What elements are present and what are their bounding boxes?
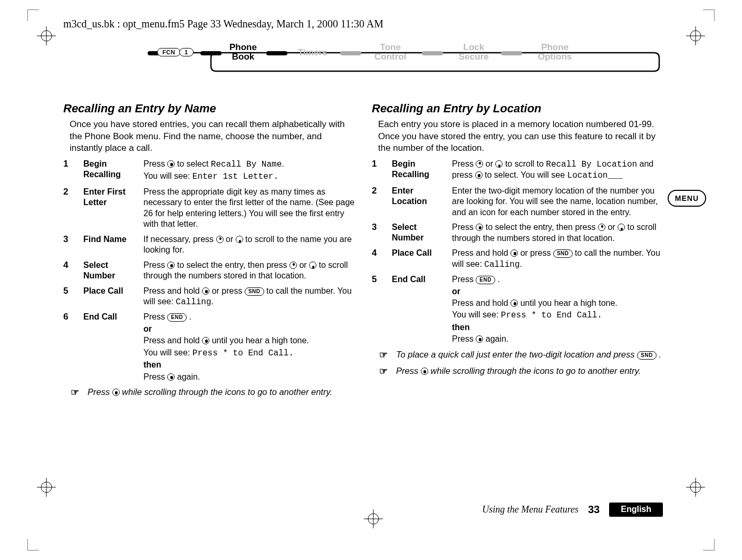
- note-text: .: [659, 350, 661, 359]
- lcd-text: Enter 1st Letter.: [192, 172, 278, 181]
- step-body: Press END . or Press and hold until you …: [452, 274, 664, 345]
- note-text: while scrolling through the icons to go …: [122, 387, 332, 397]
- crop-mark-br: [703, 539, 715, 551]
- step-text: Press: [143, 260, 167, 269]
- step-text: or: [452, 286, 664, 297]
- step-row: 5 Place Call Press and hold or press SND…: [63, 286, 356, 308]
- note: ☞ Press while scrolling through the icon…: [372, 365, 664, 378]
- knob-down-icon: [495, 160, 503, 168]
- step-row: 3 Select Number Press to select the entr…: [372, 222, 664, 244]
- step-text: .: [211, 297, 214, 306]
- step-text: until you hear a high tone.: [521, 298, 618, 307]
- step-body: Press or to scroll to Recall By Location…: [452, 159, 664, 181]
- step-text: again.: [486, 334, 509, 343]
- knob-press-icon: [510, 249, 518, 257]
- step-text: or: [226, 235, 236, 244]
- step-text: .: [497, 275, 499, 284]
- note-icon: ☞: [65, 387, 83, 399]
- snd-key-icon: SND: [245, 287, 264, 296]
- step-number: 1: [63, 159, 78, 169]
- step-text: Press: [143, 312, 167, 321]
- knob-press-icon: [167, 160, 175, 168]
- section-intro: Each entry you store is placed in a memo…: [372, 119, 664, 155]
- note: ☞ To place a quick call just enter the t…: [372, 349, 664, 361]
- section-title: Recalling an Entry by Name: [63, 102, 356, 115]
- note-text: To place a quick call just enter the two…: [396, 350, 637, 359]
- step-number: 3: [372, 222, 387, 233]
- step-text: or press: [521, 248, 553, 257]
- crop-mark-tl: [27, 9, 39, 21]
- flow-connector-icon: [200, 51, 221, 55]
- registration-mark-icon: [37, 478, 56, 497]
- step-number: 1: [372, 159, 387, 169]
- step-body: Enter the two-digit memory location of t…: [452, 186, 664, 218]
- step-row: 4 Select Number Press to select the entr…: [63, 260, 356, 282]
- note-icon: ☞: [374, 349, 392, 361]
- flow-connector-icon: [340, 51, 361, 55]
- flow-item-timers: Timers: [298, 48, 327, 57]
- step-label: Select Number: [83, 260, 138, 281]
- lcd-text: Location___: [567, 171, 623, 180]
- note: ☞ Press while scrolling through the icon…: [63, 387, 356, 399]
- flow-item-lock: Lock Secure: [459, 43, 489, 62]
- step-row: 3 Find Name If necessary, press or to sc…: [63, 234, 356, 256]
- step-row: 1 Begin Recalling Press or to scroll to …: [372, 159, 664, 181]
- flow-item-phone-book: Phone Book: [229, 43, 257, 62]
- knob-press-icon: [167, 373, 175, 381]
- step-text: Press: [452, 334, 476, 343]
- step-label: Begin Recalling: [83, 159, 138, 180]
- step-text: Press: [452, 223, 476, 231]
- step-number: 6: [63, 312, 78, 322]
- step-text: then: [143, 360, 356, 370]
- step-text: to scroll to: [505, 159, 546, 168]
- step-text: Press and hold: [452, 298, 510, 307]
- step-text: Press and hold: [143, 336, 202, 345]
- step-body: Press to select the entry, then press or…: [452, 222, 664, 244]
- knob-press-icon: [167, 262, 175, 269]
- lcd-text: Calling: [176, 297, 211, 307]
- step-body: Press the appropriate digit key as many …: [143, 187, 356, 230]
- step-label: End Call: [392, 274, 447, 285]
- step-text: then: [452, 322, 664, 333]
- registration-mark-icon: [37, 26, 56, 45]
- note-text: Press: [396, 366, 421, 375]
- step-text: or: [608, 223, 618, 231]
- note-icon: ☞: [374, 365, 392, 378]
- knob-press-icon: [421, 368, 428, 375]
- lcd-text: Calling: [484, 260, 519, 269]
- step-text: again.: [177, 372, 200, 381]
- flow-connector-icon: [422, 51, 443, 55]
- step-number: 5: [372, 274, 387, 285]
- step-label: Find Name: [83, 234, 138, 245]
- page-footer: Using the Menu Features 33 English: [0, 503, 742, 517]
- note-text: Press: [88, 387, 112, 397]
- fcn-key-icon: FCN: [157, 48, 180, 56]
- step-text: .: [520, 259, 522, 268]
- step-text: or: [486, 159, 496, 168]
- crop-mark-tr: [703, 9, 715, 21]
- step-text: You will see:: [452, 310, 501, 319]
- knob-down-icon: [236, 236, 243, 243]
- step-row: 2 Enter Location Enter the two-digit mem…: [372, 186, 664, 218]
- step-number: 5: [63, 286, 78, 296]
- flow-item-options: Phone Options: [538, 43, 572, 62]
- step-text: to select: [177, 159, 211, 168]
- registration-mark-icon: [686, 478, 705, 497]
- snd-key-icon: SND: [637, 351, 657, 360]
- step-text: You will see:: [143, 348, 192, 357]
- footer-page-number: 33: [588, 504, 600, 516]
- step-text: until you hear a high tone.: [212, 336, 309, 345]
- knob-down-icon: [309, 262, 316, 269]
- knob-press-icon: [202, 287, 209, 295]
- end-key-icon: END: [167, 313, 187, 322]
- step-row: 1 Begin Recalling Press to select Recall…: [63, 159, 356, 182]
- step-text: to select the entry, then press: [486, 223, 598, 231]
- section-recall-by-name: Recalling an Entry by Name Once you have…: [63, 102, 356, 399]
- step-text: to select the entry, then press: [177, 260, 290, 269]
- step-text: Press: [143, 159, 167, 168]
- step-text: Press: [452, 275, 476, 284]
- registration-mark-icon: [686, 26, 705, 45]
- step-label: End Call: [83, 312, 138, 322]
- section-title: Recalling an Entry by Location: [372, 102, 664, 115]
- step-text: Press and hold: [452, 248, 510, 257]
